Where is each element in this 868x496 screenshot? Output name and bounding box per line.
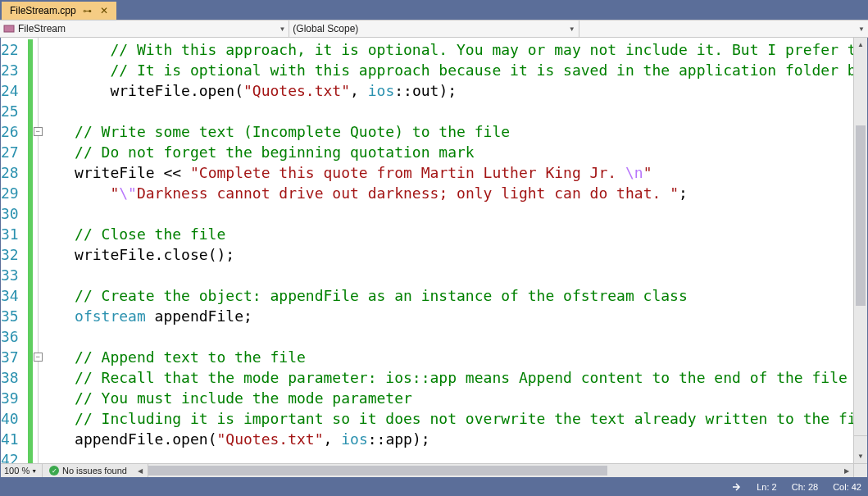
token-type: ios: [368, 82, 395, 99]
code-content[interactable]: // With this approach, it is optional. Y…: [33, 38, 853, 463]
token-method: open: [172, 430, 207, 448]
code-line[interactable]: // It is optional with this approach bec…: [39, 60, 853, 80]
go-arrow-icon[interactable]: [732, 482, 742, 492]
ch-label: Ch:: [792, 482, 806, 492]
class-icon: [3, 23, 15, 34]
token-method: close: [163, 246, 207, 263]
vscroll-track[interactable]: [854, 52, 867, 435]
chevron-down-icon: ▼: [858, 25, 865, 33]
code-line[interactable]: [39, 265, 853, 285]
code-line[interactable]: // Do not forget the beginning quotation…: [39, 142, 853, 162]
chevron-down-icon: ▼: [279, 25, 285, 33]
code-line[interactable]: // Including it is important so it does …: [39, 408, 853, 429]
code-line[interactable]: // You must include the mode parameter: [39, 388, 853, 408]
code-line[interactable]: ofstream appendFile;: [39, 306, 853, 326]
code-line[interactable]: [39, 203, 853, 224]
vscroll-thumb[interactable]: [856, 125, 866, 306]
status-char: Ch: 28: [792, 482, 818, 492]
line-number: 30: [1, 203, 27, 224]
token-plain: ,: [324, 430, 342, 448]
token-ident: writeFile: [110, 82, 190, 99]
code-line[interactable]: [39, 101, 853, 121]
line-number: 27: [1, 142, 27, 162]
scroll-right-button[interactable]: ▶: [839, 464, 853, 477]
line-number: 26: [1, 121, 27, 142]
project-dropdown[interactable]: FileStream ▼: [0, 20, 289, 37]
line-number: 28: [1, 162, 27, 183]
token-comment: // Do not forget the beginning quotation…: [75, 143, 475, 161]
status-bar: Ln: 2 Ch: 28 Col: 42: [0, 478, 868, 496]
token-comment: // It is optional with this approach bec…: [110, 61, 853, 79]
token-plain: (: [234, 82, 243, 99]
hscroll-thumb[interactable]: [148, 466, 607, 476]
fold-toggle[interactable]: −: [34, 127, 43, 136]
code-line[interactable]: writeFile << "Complete this quote from M…: [39, 162, 853, 183]
col-value: 42: [852, 482, 861, 492]
token-type: ofstream: [75, 307, 146, 325]
pin-icon[interactable]: ⊶: [83, 6, 92, 16]
fold-toggle[interactable]: −: [34, 353, 43, 362]
editor-area: 2223242526272829303132333435363738394041…: [0, 38, 868, 478]
token-plain: ;: [679, 184, 688, 202]
issues-text: No issues found: [62, 466, 127, 476]
token-comment: // Write some text (Incomplete Quote) to…: [75, 123, 510, 140]
token-comment: // Close the file: [75, 225, 225, 243]
code-line[interactable]: appendFile.open("Quotes.txt", ios::app);: [39, 429, 853, 449]
code-line[interactable]: // Close the file: [39, 224, 853, 244]
file-tab[interactable]: FileStream.cpp ⊶ ✕: [2, 2, 116, 20]
code-line[interactable]: writeFile.open("Quotes.txt", ios::out);: [39, 80, 853, 101]
token-plain: .: [155, 246, 164, 263]
code-line[interactable]: // Write some text (Incomplete Quote) to…: [39, 121, 853, 142]
token-string: Darkness cannot drive out darkness; only…: [137, 184, 679, 202]
close-icon[interactable]: ✕: [98, 5, 110, 16]
line-number: 34: [1, 285, 27, 306]
line-number: 22: [1, 39, 27, 60]
token-plain: <<: [155, 164, 190, 181]
scroll-down-button[interactable]: ▼: [854, 449, 867, 463]
token-plain: ,: [350, 82, 368, 99]
ln-label: Ln:: [757, 482, 769, 492]
token-string: ": [643, 164, 652, 181]
member-dropdown[interactable]: ▼: [579, 20, 868, 37]
tab-filename: FileStream.cpp: [10, 5, 76, 16]
code-line[interactable]: // Append text to the file: [39, 347, 853, 367]
issues-indicator[interactable]: ✓ No issues found: [42, 464, 134, 477]
line-number: 25: [1, 101, 27, 121]
split-handle[interactable]: [854, 435, 867, 449]
token-comment: // Append text to the file: [75, 348, 306, 366]
token-escape: \": [119, 184, 137, 202]
token-ident: appendFile: [155, 307, 243, 325]
token-string: "Quotes.txt": [216, 430, 323, 448]
line-number: 42: [1, 449, 27, 463]
code-line[interactable]: [39, 326, 853, 347]
status-col: Col: 42: [833, 482, 861, 492]
vertical-scrollbar[interactable]: ▲ ▼: [853, 38, 867, 463]
line-number: 29: [1, 183, 27, 203]
token-comment: // With this approach, it is optional. Y…: [110, 41, 853, 58]
line-number-gutter: 2223242526272829303132333435363738394041…: [1, 38, 27, 463]
token-method: open: [199, 82, 234, 99]
token-escape: \n: [625, 164, 643, 181]
token-string: "Quotes.txt": [243, 82, 350, 99]
code-line[interactable]: // Recall that the mode parameter: ios::…: [39, 367, 853, 388]
zoom-value: 100 %: [4, 466, 30, 476]
scroll-up-button[interactable]: ▲: [854, 38, 867, 52]
check-circle-icon: ✓: [49, 466, 59, 476]
chevron-down-icon: ▼: [569, 25, 575, 33]
hscroll-track[interactable]: [148, 464, 839, 477]
line-number: 37: [1, 347, 27, 367]
code-line[interactable]: writeFile.close();: [39, 244, 853, 265]
scroll-left-button[interactable]: ◀: [134, 464, 148, 477]
line-number: 31: [1, 224, 27, 244]
code-line[interactable]: // With this approach, it is optional. Y…: [39, 39, 853, 60]
code-editor[interactable]: 2223242526272829303132333435363738394041…: [1, 38, 853, 463]
code-line[interactable]: [39, 449, 853, 463]
code-line[interactable]: // Create the object: appendFile as an i…: [39, 285, 853, 306]
scrollbar-corner: [853, 463, 867, 477]
zoom-dropdown[interactable]: 100 % ▼: [1, 466, 42, 476]
code-line[interactable]: "\"Darkness cannot drive out darkness; o…: [39, 183, 853, 203]
scope-dropdown[interactable]: (Global Scope) ▼: [289, 20, 579, 37]
token-ident: writeFile: [75, 164, 155, 181]
horizontal-scrollbar: 100 % ▼ ✓ No issues found ◀ ▶: [1, 463, 853, 477]
line-number: 23: [1, 60, 27, 80]
